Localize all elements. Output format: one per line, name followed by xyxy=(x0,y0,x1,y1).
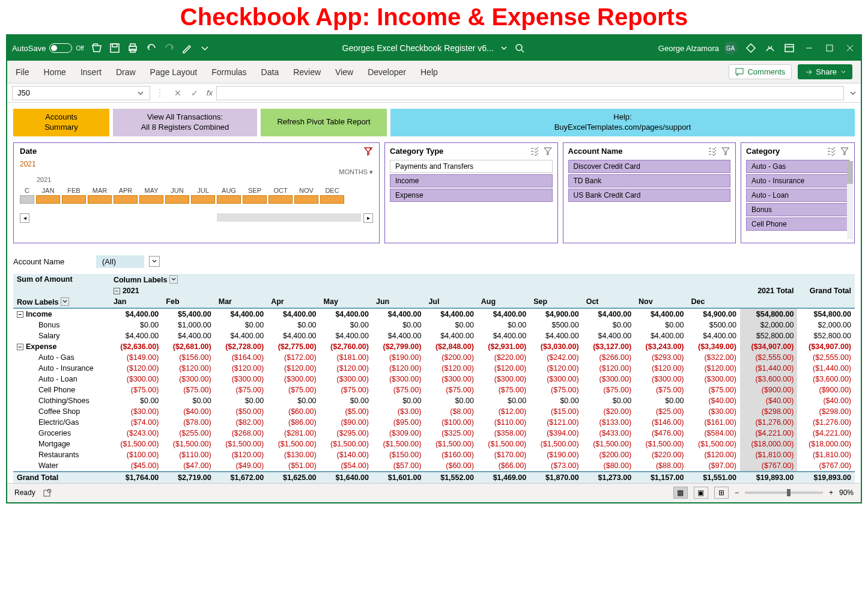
cell: $0.00 xyxy=(372,395,425,406)
ribbon-tabs: FileHomeInsertDrawPage LayoutFormulasDat… xyxy=(7,61,861,84)
slicer-account-name[interactable]: Account Name Discover Credit CardTD Bank… xyxy=(563,142,736,243)
ribbon-tab-data[interactable]: Data xyxy=(261,67,279,77)
fx-icon[interactable]: fx xyxy=(203,88,216,97)
clear-timeline-filter-icon[interactable] xyxy=(363,147,373,156)
save-icon[interactable] xyxy=(109,43,120,53)
timeline-scrollbar[interactable] xyxy=(217,213,361,222)
ribbon-tab-view[interactable]: View xyxy=(335,67,353,77)
undo-icon[interactable] xyxy=(145,43,156,53)
slicer-item[interactable]: US Bank Credit Card xyxy=(568,189,731,202)
cell: ($300.00) xyxy=(478,374,530,385)
collapse-icon[interactable]: − xyxy=(17,311,23,318)
ribbon-tab-page-layout[interactable]: Page Layout xyxy=(150,67,198,77)
cell: $4,400.00 xyxy=(162,330,214,341)
close-button[interactable] xyxy=(844,42,856,54)
slicer-item[interactable]: Cell Phone xyxy=(746,217,849,231)
ribbon-tab-home[interactable]: Home xyxy=(44,67,66,77)
clear-filter-icon[interactable] xyxy=(721,147,730,156)
ribbon-tab-formulas[interactable]: Formulas xyxy=(211,67,246,77)
timeline-date[interactable]: Date 2021 MONTHS ▾ 2021 CJANFEBMARAPRMAY… xyxy=(13,142,380,243)
cancel-formula-button[interactable]: ✕ xyxy=(169,88,186,98)
cell: ($1,500.00) xyxy=(583,439,635,449)
slicer-item[interactable]: Discover Credit Card xyxy=(568,160,731,173)
search-icon[interactable] xyxy=(514,43,526,53)
minimize-button[interactable] xyxy=(803,42,815,54)
open-icon[interactable] xyxy=(91,43,102,53)
slicer-item[interactable]: TD Bank xyxy=(568,174,731,187)
accounts-summary-button[interactable]: AccountsSummary xyxy=(13,109,109,136)
ribbon-tab-draw[interactable]: Draw xyxy=(116,67,136,77)
ribbon-tab-developer[interactable]: Developer xyxy=(368,67,406,77)
slicer-item[interactable]: Auto - Insurance xyxy=(746,174,849,187)
expand-formula-bar-icon[interactable] xyxy=(849,89,857,97)
comments-button[interactable]: Comments xyxy=(729,64,792,79)
slicer-item[interactable]: Bonus xyxy=(746,203,849,216)
zoom-in-button[interactable]: + xyxy=(829,488,833,497)
zoom-slider[interactable] xyxy=(745,491,823,494)
formula-input[interactable] xyxy=(216,86,844,100)
autosave-toggle[interactable]: AutoSave Off xyxy=(12,43,84,53)
row-filter-icon[interactable] xyxy=(61,297,69,306)
maximize-button[interactable] xyxy=(824,42,836,54)
slicer-item[interactable]: Auto - Loan xyxy=(746,189,849,202)
timeline-scroll-right[interactable]: ▸ xyxy=(363,213,373,223)
ribbon-tab-insert[interactable]: Insert xyxy=(80,67,102,77)
slicer-item[interactable]: Payments and Transfers xyxy=(390,160,553,173)
diamond-icon[interactable] xyxy=(745,43,756,53)
slicer-category[interactable]: Category Auto - GasAuto - InsuranceAuto … xyxy=(741,142,855,243)
page-layout-view-button[interactable]: ▣ xyxy=(694,487,708,499)
name-box[interactable]: J50 xyxy=(12,86,150,100)
cell: ($255.00) xyxy=(162,428,214,439)
user-account[interactable]: George Alzamora GA xyxy=(658,41,737,55)
multi-select-icon[interactable] xyxy=(530,147,539,156)
clear-filter-icon[interactable] xyxy=(840,147,849,156)
page-break-view-button[interactable]: ⊞ xyxy=(714,487,729,499)
ribbon-tab-help[interactable]: Help xyxy=(420,67,438,77)
doc-title-dropdown-icon[interactable] xyxy=(500,44,508,52)
ribbon-display-icon[interactable] xyxy=(784,43,795,53)
name-box-dropdown-icon[interactable] xyxy=(136,89,145,97)
cell: ($90.00) xyxy=(320,417,372,428)
cell: ($78.00) xyxy=(162,417,214,428)
cell: $4,400.00 xyxy=(425,308,477,320)
collapse-icon[interactable]: − xyxy=(114,288,120,294)
ribbon-tab-file[interactable]: File xyxy=(16,67,29,77)
cell: ($149.00) xyxy=(110,352,162,363)
pivot-filter-dropdown[interactable] xyxy=(149,256,160,267)
slicer-item[interactable]: Income xyxy=(390,174,553,187)
slicer-category-type[interactable]: Category Type Payments and TransfersInco… xyxy=(384,142,558,243)
cell: $4,900.00 xyxy=(530,308,582,320)
print-icon[interactable] xyxy=(127,43,138,53)
refresh-pivot-button[interactable]: Refresh Pivot Table Report xyxy=(261,109,387,136)
zoom-out-button[interactable]: − xyxy=(735,488,739,497)
slicer-item[interactable]: Expense xyxy=(390,189,553,202)
multi-select-icon[interactable] xyxy=(827,147,836,156)
coming-soon-icon[interactable] xyxy=(765,43,775,53)
cell: ($300.00) xyxy=(372,374,425,385)
clear-filter-icon[interactable] xyxy=(543,147,553,156)
view-all-transactions-button[interactable]: View All Transactions:All 8 Registers Co… xyxy=(113,109,257,136)
enter-formula-button[interactable]: ✓ xyxy=(186,88,203,98)
timeline-scroll-left[interactable]: ◂ xyxy=(20,213,29,223)
normal-view-button[interactable]: ▦ xyxy=(673,487,688,499)
cell: ($156.00) xyxy=(162,352,214,363)
redo-icon[interactable] xyxy=(163,43,174,53)
multi-select-icon[interactable] xyxy=(708,147,717,156)
cell: ($120.00) xyxy=(215,449,267,460)
slicer-scrollbar[interactable] xyxy=(847,161,853,239)
cell: ($120.00) xyxy=(688,363,740,374)
collapse-icon[interactable]: − xyxy=(17,344,23,350)
cell: ($1,500.00) xyxy=(372,439,425,449)
cell: ($82.00) xyxy=(215,417,267,428)
column-filter-icon[interactable] xyxy=(169,275,178,284)
quick-access-dropdown-icon[interactable] xyxy=(199,43,210,53)
slicer-item[interactable]: Auto - Gas xyxy=(746,160,849,173)
zoom-level[interactable]: 90% xyxy=(839,488,854,497)
cell: ($900.00) xyxy=(797,385,855,395)
help-button[interactable]: Help:BuyExcelTemplates.com/pages/support xyxy=(390,109,855,136)
share-button[interactable]: Share xyxy=(798,64,852,79)
ribbon-tab-review[interactable]: Review xyxy=(293,67,321,77)
cell: ($300.00) xyxy=(267,374,320,385)
editing-icon[interactable] xyxy=(181,43,192,53)
macro-recorder-icon[interactable] xyxy=(43,488,52,497)
